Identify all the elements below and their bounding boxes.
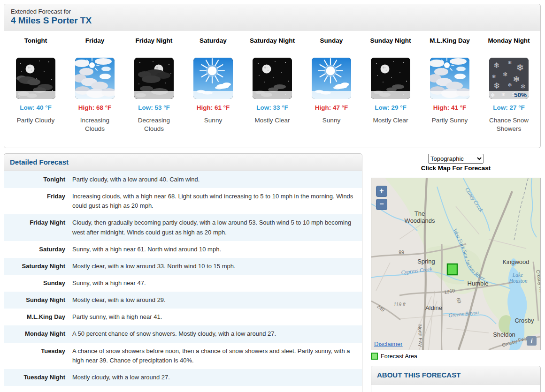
temperature-label: Low: 33 °F	[243, 104, 302, 111]
period-label: Sunday	[302, 37, 361, 44]
detailed-forecast-title: Detailed Forecast	[10, 158, 69, 166]
period-label: Sunday	[4, 275, 65, 292]
forecast-map[interactable]: West Fork San Jacinto River CreekTheWood…	[371, 178, 541, 350]
detailed-forecast-row: Friday Night Cloudy, then gradually beco…	[4, 214, 362, 241]
condition-label: Mostly Clear	[251, 116, 294, 125]
weather-icon	[253, 58, 292, 99]
map-label: Houston	[509, 278, 528, 284]
precip-chance-badge	[430, 91, 469, 99]
forecast-card: Tonight Low: 40 °F Partly Cloudy	[6, 36, 65, 133]
forecast-text: Sunny, with a high near 47.	[65, 275, 362, 292]
detailed-forecast-row: Tuesday Night Mostly cloudy, with a low …	[4, 369, 362, 386]
map-label: North Fwy	[417, 324, 424, 347]
about-forecast-header: ABOUT THIS FORECAST	[371, 366, 540, 384]
period-label: Tuesday	[4, 343, 65, 369]
condition-label: Mostly Clear	[369, 116, 412, 125]
detailed-forecast-row: Friday Increasing clouds, with a high ne…	[4, 188, 362, 214]
period-label: Tuesday Night	[4, 369, 65, 386]
period-label: Saturday	[4, 241, 65, 258]
extended-forecast-panel: Extended Forecast for 4 Miles S Porter T…	[4, 4, 541, 148]
period-label: M.L.King Day	[420, 37, 479, 44]
precip-chance-badge: 50%	[489, 91, 529, 99]
period-label: Sunday Night	[4, 292, 65, 309]
svg-text:❄: ❄	[513, 74, 520, 84]
condition-label: Decreasing Clouds	[132, 116, 176, 133]
svg-text:❄: ❄	[493, 61, 499, 70]
detailed-forecast-row: Saturday Night Mostly clear, with a low …	[4, 258, 362, 275]
map-label: The	[415, 210, 425, 217]
svg-text:❄: ❄	[493, 81, 500, 90]
disclaimer-link[interactable]: Disclaimer	[374, 340, 403, 347]
precip-chance-badge	[312, 91, 351, 99]
map-layer-select[interactable]: Topographic	[428, 154, 484, 164]
legend-label: Forecast Area	[381, 353, 417, 360]
weather-icon	[371, 58, 410, 99]
extended-forecast-header: Extended Forecast for 4 Miles S Porter T…	[4, 4, 540, 30]
precip-chance-badge	[134, 91, 174, 99]
svg-text:❄: ❄	[516, 62, 524, 73]
temperature-label: High: 41 °F	[420, 104, 479, 111]
map-label: Sheldon	[493, 331, 515, 338]
map-label: Spring	[417, 258, 435, 265]
forecast-text: Mostly clear, with a low around 29.	[65, 292, 362, 309]
forecast-card: Friday Night Low: 53 °F Decreasing Cloud…	[124, 36, 184, 133]
map-caption: Click Map For Forecast	[371, 165, 541, 172]
detailed-forecast-row: Saturday Sunny, with a high near 61. Nor…	[4, 241, 362, 258]
map-info-button[interactable]: i	[527, 336, 537, 346]
detailed-forecast-rows: Tonight Partly cloudy, with a low around…	[4, 171, 362, 392]
map-label: Humble	[468, 280, 489, 287]
detailed-forecast-row: Monday Night A 50 percent chance of snow…	[4, 325, 362, 342]
forecast-text: A 50 percent chance of snow showers. Mos…	[65, 325, 362, 342]
forecast-card: Saturday Night Low: 33 °F Mostly Clear	[243, 36, 302, 133]
condition-label: Sunny	[310, 116, 353, 125]
forecast-text: Mostly clear, with a low around 33. Nort…	[65, 258, 362, 275]
forecast-text: A chance of snow showers before noon, th…	[65, 343, 362, 369]
precip-chance-badge	[16, 91, 55, 99]
period-label: Saturday Night	[4, 258, 65, 275]
weather-icon	[430, 58, 469, 99]
forecast-text: Partly cloudy, with a low around 40. Cal…	[65, 171, 362, 188]
forecast-text: Mostly cloudy, with a low around 27.	[65, 369, 362, 386]
weather-icon	[75, 58, 115, 99]
svg-text:❄: ❄	[521, 83, 526, 90]
period-label: Saturday Night	[243, 37, 302, 44]
detailed-forecast-panel: Detailed Forecast Tonight Partly cloudy,…	[4, 153, 362, 392]
map-label: Crosby	[514, 317, 534, 324]
weather-icon	[193, 58, 233, 99]
weather-icon	[134, 58, 174, 99]
temperature-label: Low: 29 °F	[361, 104, 420, 111]
forecast-text: Increasing clouds, with a high near 68. …	[65, 188, 362, 214]
forecast-card: Sunday Night Low: 29 °F Mostly Clear	[361, 36, 420, 133]
svg-text:❄: ❄	[507, 82, 512, 88]
map-zoom-out-button[interactable]: −	[376, 199, 387, 210]
condition-label: Chance Snow Showers	[487, 116, 530, 133]
map-column: Topographic Click Map For Forecast	[371, 154, 541, 392]
precip-chance-badge	[75, 91, 115, 99]
precip-chance-badge	[253, 91, 292, 99]
detailed-forecast-row: M.L.King Day Partly sunny, with a high n…	[4, 309, 362, 325]
map-canvas[interactable]: West Fork San Jacinto River CreekTheWood…	[371, 178, 540, 350]
map-legend: Forecast Area	[371, 353, 541, 360]
precip-chance-badge	[193, 91, 233, 99]
map-zoom-in-button[interactable]: +	[376, 186, 387, 197]
map-label: Woodlands	[405, 217, 435, 224]
precip-chance-badge	[371, 91, 410, 99]
temperature-label: Low: 40 °F	[6, 104, 65, 111]
temperature-label: High: 68 °F	[65, 104, 124, 111]
temperature-label: Low: 27 °F	[479, 104, 538, 111]
svg-text:❄: ❄	[508, 60, 512, 65]
detailed-forecast-header: Detailed Forecast	[4, 154, 362, 171]
detailed-forecast-row: Sunday Sunny, with a high near 47.	[4, 275, 362, 292]
forecast-cards-row: Tonight Low: 40 °F Partly Cloudy Friday	[4, 30, 540, 133]
map-label: Kingwood	[502, 258, 529, 265]
about-forecast-title: ABOUT THIS FORECAST	[377, 371, 461, 379]
temperature-label: High: 61 °F	[184, 104, 243, 111]
forecast-area-highlight[interactable]	[447, 264, 457, 275]
map-label: 119 ft	[393, 302, 406, 307]
map-label: 99	[399, 249, 404, 255]
period-label: Friday	[4, 188, 65, 214]
forecast-card: Friday High: 68 °F Increasin	[65, 36, 124, 133]
about-forecast-panel: ABOUT THIS FORECAST	[371, 366, 541, 392]
period-label: M.L.King Day	[4, 309, 65, 325]
period-label: Friday Night	[124, 37, 184, 44]
